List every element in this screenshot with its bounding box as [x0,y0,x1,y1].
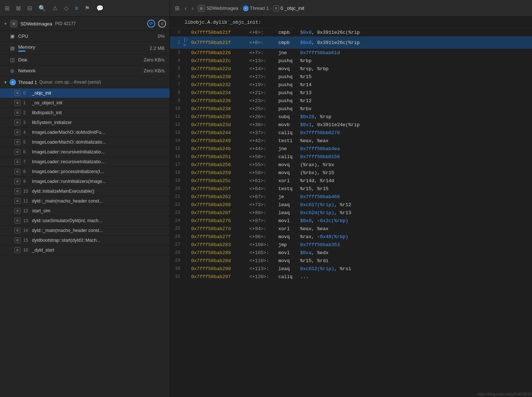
dis-operands-3: %rbp [300,58,532,64]
dis-row-23[interactable]: 24 0x7fff50bab276 <+87>: movl $0x0, -0x2… [170,217,532,225]
dis-offset-28: <+110>: [249,258,278,264]
frame-name-15: dyldbootstrap::start(dyld3::Mach... [32,238,100,243]
dis-operands-16: (%rax), %rbx [300,162,532,168]
stop-icon[interactable]: ⊠ [15,4,22,13]
dis-row-5[interactable]: 6 0x7fff50bab230 <+17>: pushq %r15 [170,73,532,81]
frame-name-12: start_sim [32,208,51,213]
dis-row-16[interactable]: 17 0x7fff50bab256 <+55>: movq (%rax), %r… [170,161,532,169]
cpu-metric: ▣ CPU 0% [0,31,170,42]
dis-mnemonic-13: testl [278,138,300,144]
frame-gear-4: ⚙ [15,129,20,135]
stack-frame-8[interactable]: ⚙ 8 ImageLoader::processInitializers(I..… [0,167,170,177]
stack-frame-3[interactable]: ⚙ 3 libSystem_initializer [0,118,170,128]
dis-row-28[interactable]: 29 0x7fff50bab28d <+110>: movq %r15, %rd… [170,257,532,265]
dis-row-4[interactable]: 5 0x7fff50bab22d <+14>: movq %rsp, %rbp [170,65,532,73]
dis-addr-12: 0x7fff50bab244 [191,130,249,136]
flag-icon[interactable]: ⚑ [84,4,91,13]
stack-frame-4[interactable]: ⚙ 4 ImageLoaderMachO::doModInitFu... [0,128,170,137]
dis-row-30[interactable]: 31 0x7fff50bab297 <+120>: callq ... [170,273,532,281]
dis-mnemonic-2: jne [278,50,300,56]
dis-row-17[interactable]: 18 0x7fff50bab259 <+58>: movq (%rbx), %r… [170,169,532,177]
stack-frame-15[interactable]: ⚙ 15 dyldbootstrap::start(dyld3::Mach... [0,236,170,245]
breadcrumb-frame[interactable]: ⚙ 0 _objc_init [273,5,305,11]
stack-frame-0[interactable]: ⚙ 0 _objc_init [0,88,170,98]
dis-row-7[interactable]: 8 0x7fff50bab234 <+21>: pushq %r13 [170,89,532,97]
dis-linenum-25: 26 [170,234,183,239]
dis-addr-10: 0x7fff50bab239 [191,114,249,120]
disk-value: Zero KB/s [144,57,165,63]
frame-name-13: dyld::useSimulatorDyld(int, mach... [32,218,102,223]
search-icon[interactable]: 🔍 [37,4,47,13]
dis-row-18[interactable]: 19 0x7fff50bab25c <+61>: xorl %r14d, %r1… [170,177,532,185]
dis-linenum-29: 30 [170,266,183,271]
lines-icon[interactable]: ≡ [74,4,79,13]
dis-row-25[interactable]: 26 0x7fff50bab27f <+96>: movq %rax, -0x4… [170,233,532,241]
dis-row-11[interactable]: 12 0x7fff50bab23d <+30>: movb $0x1, 0x39… [170,121,532,129]
stack-frame-14[interactable]: ⚙ 14 dyld::_main(macho_header const... [0,226,170,236]
dis-row-3[interactable]: 4 0x7fff50bab22c <+13>: pushq %rbp [170,57,532,65]
stack-frame-13[interactable]: ⚙ 13 dyld::useSimulatorDyld(int, mach... [0,216,170,226]
dis-row-24[interactable]: 25 0x7fff50bab27d <+94>: xorl %eax, %eax [170,225,532,233]
app-expand-arrow[interactable]: ▼ [4,22,7,26]
disassembly-panel[interactable]: libobjc.A.dylib`_objc_init: 1 0x7fff50ba… [170,17,532,397]
dis-row-0[interactable]: 1 0x7fff50bab21f <+0>: cmpb $0x0, 0x3911… [170,28,532,36]
dis-linenum-11: 12 [170,122,183,127]
stack-frame-12[interactable]: ⚙ 12 start_sim [0,206,170,216]
dis-linenum-6: 7 [170,82,183,87]
dis-row-21[interactable]: 22 0x7fff50bab268 <+73>: leaq 0xc617(%ri… [170,201,532,209]
dis-row-10[interactable]: 11 0x7fff50bab239 <+26>: subq $0x28, %rs… [170,113,532,121]
dis-offset-7: <+21>: [249,90,278,96]
main-content: ▼ ⊞ SDWebImagea PID 42177 ⟳ ≡ ▣ CPU 0% ▤… [0,17,532,397]
grid-icon[interactable]: ⊞ [174,4,181,13]
dis-linenum-28: 29 [170,258,183,263]
dis-row-26[interactable]: 27 0x7fff50bab283 <+100>: jmp 0x7fff50ba… [170,241,532,249]
dis-row-12[interactable]: 13 0x7fff50bab244 <+37>: callq 0x7fff50b… [170,129,532,137]
dis-row-22[interactable]: 23 0x7fff50bab26f <+80>: leaq 0xc62d(%ri… [170,209,532,217]
breadcrumb-thread[interactable]: ≡ Thread 1 [243,5,269,11]
dis-row-6[interactable]: 7 0x7fff50bab232 <+19>: pushq %r14 [170,81,532,89]
bookmark-icon[interactable]: ◇ [63,4,69,13]
dis-linenum-24: 25 [170,226,183,231]
dis-operands-18: %r14d, %r14d [300,178,532,184]
dis-offset-29: <+113>: [249,266,278,272]
dis-linenum-12: 13 [170,130,183,135]
forward-button[interactable]: › [190,4,194,13]
new-tab-icon[interactable]: ⊞ [4,4,11,13]
bubble-icon[interactable]: 💬 [95,4,105,13]
stack-frame-6[interactable]: ⚙ 6 ImageLoader::recursiveInitializatio.… [0,147,170,157]
stack-frame-2[interactable]: ⚙ 2 libdispatch_init [0,108,170,118]
warning-icon[interactable]: ⚠ [51,4,59,13]
dis-offset-8: <+23>: [249,98,278,104]
stack-frame-10[interactable]: ⚙ 10 dyld::initializeMainExecutable() [0,187,170,196]
dis-row-13[interactable]: 14 0x7fff50bab249 <+42>: testl %eax, %ea… [170,137,532,145]
breadcrumb-app[interactable]: ⊞ SDWebImagea [198,5,238,12]
dis-mnemonic-5: pushq [278,74,300,80]
dis-addr-5: 0x7fff50bab230 [191,74,249,80]
inspect-button[interactable]: ≡ [158,20,166,28]
dis-row-1[interactable]: 2 |-> 0x7fff50bab21f <+0>: cmpb $0x0, 0x… [170,36,532,49]
back-button[interactable]: ‹ [184,4,188,13]
dis-row-2[interactable]: 3 0x7fff50bab226 <+7>: jne 0x7fff50bab61… [170,49,532,57]
dis-row-27[interactable]: 28 0x7fff50bab288 <+105>: movl $0xa, %ed… [170,249,532,257]
navigator-icon[interactable]: ⊟ [26,4,33,13]
dis-row-15[interactable]: 16 0x7fff50bab251 <+50>: callq 0x7fff50b… [170,153,532,161]
thread-icon: ≡ [9,79,16,85]
dis-row-20[interactable]: 21 0x7fff50bab262 <+67>: je 0x7fff50bab4… [170,193,532,201]
stack-frame-1[interactable]: ⚙ 1 _os_object_init [0,98,170,108]
dis-row-19[interactable]: 20 0x7fff50bab25f <+64>: testq %r15, %r1… [170,185,532,193]
pause-button[interactable]: ⟳ [147,20,155,28]
frame-name-8: ImageLoader::processInitializers(I... [32,169,104,174]
dis-offset-4: <+14>: [249,66,278,72]
thread-row[interactable]: ▼ ≡ Thread 1 Queue: com.ap...-thread (se… [0,76,170,88]
dis-row-14[interactable]: 15 0x7fff50bab24b <+44>: jne 0x7fff50bab… [170,145,532,153]
stack-frame-11[interactable]: ⚙ 11 dyld::_main(macho_header const... [0,196,170,206]
dis-row-8[interactable]: 9 0x7fff50bab236 <+23>: pushq %r12 [170,97,532,105]
stack-frame-7[interactable]: ⚙ 7 ImageLoader::recursiveInitializatio.… [0,157,170,167]
stack-frame-16[interactable]: ⚙ 16 _dyld_start [0,245,170,255]
stack-frame-5[interactable]: ⚙ 5 ImageLoaderMachO::doInitializatio... [0,137,170,147]
dis-offset-20: <+67>: [249,194,278,200]
stack-frame-9[interactable]: ⚙ 9 ImageLoader::runInitializers(Image..… [0,177,170,187]
dis-row-29[interactable]: 30 0x7fff50bab290 <+113>: leaq 0xc612(%r… [170,265,532,273]
dis-operands-21: 0xc617(%rip), %r12 [300,202,532,208]
dis-row-9[interactable]: 10 0x7fff50bab238 <+25>: pushq %rbx [170,105,532,113]
